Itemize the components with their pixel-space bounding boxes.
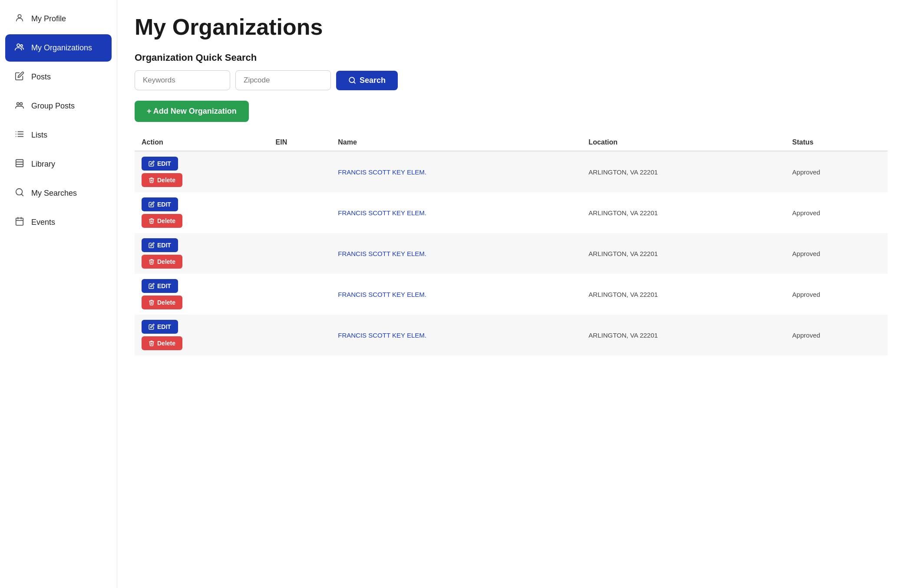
edit-button[interactable]: EDIT	[142, 197, 178, 211]
action-cell: EDIT Delete	[135, 192, 269, 233]
zipcode-input[interactable]	[235, 70, 331, 90]
edit-button[interactable]: EDIT	[142, 238, 178, 252]
search-row: Search	[135, 70, 888, 90]
quick-search-title: Organization Quick Search	[135, 52, 888, 63]
group-posts-icon	[14, 100, 25, 112]
search-btn-label: Search	[360, 76, 386, 85]
name-cell: FRANCIS SCOTT KEY ELEM.	[331, 151, 581, 192]
delete-button[interactable]: Delete	[142, 255, 182, 269]
delete-button[interactable]: Delete	[142, 214, 182, 228]
sidebar-item-label: My Searches	[31, 189, 77, 198]
ein-cell	[269, 274, 331, 315]
trash-icon	[149, 299, 155, 305]
ein-cell	[269, 192, 331, 233]
delete-button[interactable]: Delete	[142, 296, 182, 309]
edit-btn-icon	[149, 242, 155, 248]
org-name-link[interactable]: FRANCIS SCOTT KEY ELEM.	[338, 250, 426, 257]
edit-label: EDIT	[157, 323, 171, 330]
trash-icon	[149, 177, 155, 183]
trash-icon	[149, 218, 155, 224]
sidebar-item-label: Group Posts	[31, 102, 75, 111]
edit-button[interactable]: EDIT	[142, 157, 178, 171]
trash-icon	[149, 259, 155, 265]
location-cell: ARLINGTON, VA 22201	[581, 315, 785, 355]
org-name-link[interactable]: FRANCIS SCOTT KEY ELEM.	[338, 291, 426, 298]
location-cell: ARLINGTON, VA 22201	[581, 151, 785, 192]
sidebar-item-label: Library	[31, 160, 55, 169]
sidebar-item-events[interactable]: Events	[5, 209, 112, 236]
page-title: My Organizations	[135, 14, 888, 40]
sidebar-item-my-profile[interactable]: My Profile	[5, 5, 112, 33]
delete-label: Delete	[157, 177, 175, 184]
location-cell: ARLINGTON, VA 22201	[581, 192, 785, 233]
edit-icon	[14, 71, 25, 83]
col-name: Name	[331, 134, 581, 151]
sidebar-item-my-organizations[interactable]: My Organizations	[5, 34, 112, 62]
main-content: My Organizations Organization Quick Sear…	[117, 0, 905, 588]
edit-btn-icon	[149, 283, 155, 289]
table-row: EDIT Delete FRANCIS SCOTT KEY ELEM. ARLI…	[135, 192, 888, 233]
col-status: Status	[785, 134, 888, 151]
status-cell: Approved	[785, 192, 888, 233]
edit-label: EDIT	[157, 283, 171, 289]
sidebar-item-label: Lists	[31, 131, 47, 140]
svg-line-15	[21, 194, 23, 196]
action-cell: EDIT Delete	[135, 151, 269, 192]
add-organization-button[interactable]: + Add New Organization	[135, 101, 249, 122]
sidebar: My Profile My Organizations Posts Group …	[0, 0, 117, 588]
add-org-label: + Add New Organization	[147, 107, 237, 116]
svg-point-0	[18, 15, 21, 18]
list-icon	[14, 129, 25, 141]
organizations-table: Action EIN Name Location Status EDIT Del…	[135, 134, 888, 355]
org-name-link[interactable]: FRANCIS SCOTT KEY ELEM.	[338, 332, 426, 339]
svg-point-4	[20, 103, 22, 105]
col-action: Action	[135, 134, 269, 151]
name-cell: FRANCIS SCOTT KEY ELEM.	[331, 192, 581, 233]
org-name-link[interactable]: FRANCIS SCOTT KEY ELEM.	[338, 168, 426, 176]
status-cell: Approved	[785, 233, 888, 274]
sidebar-item-group-posts[interactable]: Group Posts	[5, 92, 112, 120]
delete-button[interactable]: Delete	[142, 173, 182, 187]
edit-btn-icon	[149, 161, 155, 167]
svg-rect-11	[16, 160, 23, 167]
org-name-link[interactable]: FRANCIS SCOTT KEY ELEM.	[338, 209, 426, 217]
col-ein: EIN	[269, 134, 331, 151]
ein-cell	[269, 233, 331, 274]
svg-point-2	[20, 45, 23, 47]
svg-line-21	[353, 82, 355, 83]
edit-btn-icon	[149, 201, 155, 207]
table-row: EDIT Delete FRANCIS SCOTT KEY ELEM. ARLI…	[135, 315, 888, 355]
edit-button[interactable]: EDIT	[142, 279, 178, 293]
edit-label: EDIT	[157, 160, 171, 167]
trash-icon	[149, 340, 155, 346]
person-icon	[14, 13, 25, 25]
sidebar-item-label: My Profile	[31, 14, 66, 23]
status-cell: Approved	[785, 315, 888, 355]
col-location: Location	[581, 134, 785, 151]
keywords-input[interactable]	[135, 70, 230, 90]
delete-label: Delete	[157, 258, 175, 265]
library-icon	[14, 158, 25, 170]
group-icon	[14, 42, 25, 54]
name-cell: FRANCIS SCOTT KEY ELEM.	[331, 274, 581, 315]
sidebar-item-library[interactable]: Library	[5, 151, 112, 178]
sidebar-item-my-searches[interactable]: My Searches	[5, 180, 112, 207]
action-cell: EDIT Delete	[135, 274, 269, 315]
svg-point-3	[17, 103, 20, 105]
name-cell: FRANCIS SCOTT KEY ELEM.	[331, 233, 581, 274]
edit-btn-icon	[149, 324, 155, 330]
search-btn-icon	[348, 76, 356, 84]
table-row: EDIT Delete FRANCIS SCOTT KEY ELEM. ARLI…	[135, 274, 888, 315]
action-cell: EDIT Delete	[135, 233, 269, 274]
search-button[interactable]: Search	[336, 71, 398, 90]
sidebar-item-posts[interactable]: Posts	[5, 63, 112, 91]
ein-cell	[269, 151, 331, 192]
sidebar-item-label: Events	[31, 218, 55, 227]
delete-button[interactable]: Delete	[142, 336, 182, 350]
edit-button[interactable]: EDIT	[142, 320, 178, 334]
edit-label: EDIT	[157, 201, 171, 208]
name-cell: FRANCIS SCOTT KEY ELEM.	[331, 315, 581, 355]
location-cell: ARLINGTON, VA 22201	[581, 274, 785, 315]
action-cell: EDIT Delete	[135, 315, 269, 355]
sidebar-item-lists[interactable]: Lists	[5, 122, 112, 149]
